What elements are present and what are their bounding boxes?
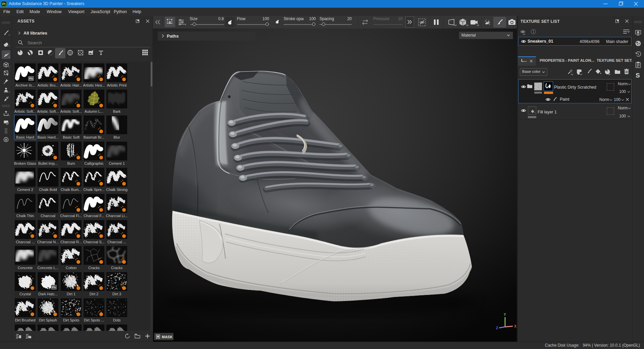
svg-text:Z: Z	[496, 326, 498, 330]
svg-text:X: X	[514, 325, 516, 328]
svg-text:Y: Y	[504, 313, 506, 316]
